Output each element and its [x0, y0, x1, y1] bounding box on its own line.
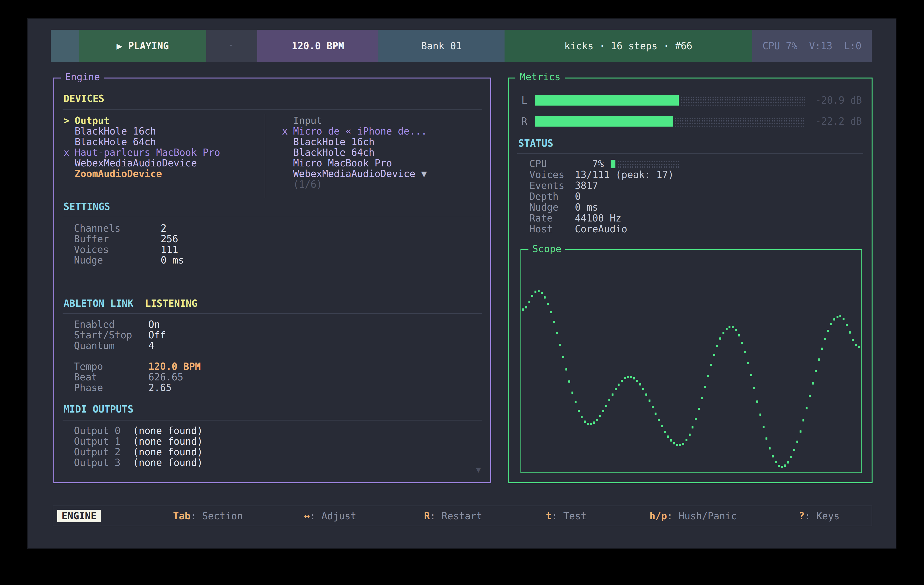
scope-dot — [535, 290, 536, 293]
scroll-down-indicator[interactable]: ▼ — [476, 465, 481, 475]
scope-dot — [735, 329, 737, 331]
scope-dot — [621, 380, 623, 382]
hint-label: : Test — [552, 510, 587, 521]
scope-dot — [633, 377, 635, 379]
link-value[interactable]: Off — [148, 330, 166, 341]
midi-output-value[interactable]: (none found) — [133, 447, 203, 458]
link-value[interactable]: 120.0 BPM — [148, 361, 201, 372]
selection-marker — [282, 158, 293, 168]
midi-output-value[interactable]: (none found) — [133, 425, 203, 436]
scope-dot — [673, 442, 675, 445]
hint-label: : Hush/Panic — [667, 510, 737, 521]
input-device-item[interactable]: (1/6) — [282, 179, 427, 190]
scope-dot — [544, 297, 546, 298]
selection-marker — [282, 137, 293, 147]
output-device-item[interactable]: BlackHole 64ch — [64, 137, 220, 147]
input-device-item[interactable]: Micro MacBook Pro — [282, 158, 427, 168]
scope-dot — [652, 406, 653, 408]
scope-dot — [581, 416, 582, 419]
status-rows: CPU7%Voices13/111 (peak: 17)Events3817De… — [509, 158, 871, 234]
link-value[interactable]: 626.65 — [148, 371, 183, 382]
status-value: 13/111 (peak: 17) — [575, 169, 674, 180]
input-device-item[interactable]: BlackHole 16ch — [282, 137, 427, 147]
midi-output-value[interactable]: (none found) — [133, 436, 203, 447]
link-value[interactable]: 4 — [148, 340, 154, 351]
keyhint-keys: ?: Keys — [799, 506, 840, 526]
input-device-item[interactable]: BlackHole 64ch — [282, 147, 427, 158]
hint-key: R — [424, 510, 430, 521]
scope-dot — [528, 301, 530, 303]
input-device-item[interactable]: WebexMediaAudioDevice ▼ — [282, 168, 427, 179]
device-label: ZoomAudioDevice — [75, 168, 162, 179]
scope-dot — [612, 394, 614, 395]
link-label: Quantum — [74, 340, 148, 351]
scope-dot — [698, 408, 700, 410]
scope-dot — [726, 328, 728, 330]
playing-label: ▶ PLAYING — [117, 40, 169, 51]
scope-dot — [590, 423, 592, 425]
device-label: Micro MacBook Pro — [293, 158, 392, 168]
scope-dot — [732, 326, 734, 328]
status-row: Voices13/111 (peak: 17) — [509, 169, 871, 180]
scope-dot — [587, 423, 589, 425]
setting-value[interactable]: 111 — [161, 244, 178, 255]
hint-label: : Keys — [805, 510, 840, 521]
input-device-item[interactable]: xMicro de « iPhone de... — [282, 126, 427, 137]
scope-dot — [756, 400, 758, 403]
link-row: Start/StopOff — [74, 330, 166, 340]
link-rows: EnabledOnStart/StopOffQuantum4 — [74, 319, 166, 351]
setting-value[interactable]: 2 — [161, 223, 167, 234]
transport-gap-segment — [206, 30, 257, 62]
keyhint-adjust: ↔: Adjust — [304, 506, 356, 526]
midi-output-row: Output 2(none found) — [74, 447, 203, 457]
bank-label: Bank 01 — [421, 40, 462, 51]
setting-row: Voices111 — [74, 244, 184, 255]
dropdown-down-icon[interactable]: ▼ — [415, 168, 427, 179]
pattern-label: kicks · 16 steps · #66 — [564, 40, 693, 51]
output-device-item[interactable]: ZoomAudioDevice — [64, 168, 220, 179]
scope-dot — [556, 332, 558, 334]
scope-dot — [753, 387, 755, 389]
bank-segment[interactable]: Bank 01 — [378, 30, 505, 62]
meter-db-value: -20.9 dB — [815, 95, 862, 105]
scope-dot — [830, 323, 832, 325]
device-label: WebexMediaAudioDevice — [75, 158, 197, 168]
midi-output-value[interactable]: (none found) — [133, 457, 203, 468]
link-value[interactable]: 2.65 — [148, 382, 172, 393]
device-column-divider — [265, 114, 265, 198]
link-value[interactable]: On — [148, 319, 160, 330]
status-value: 0 — [575, 191, 581, 202]
scope-dot — [550, 311, 552, 313]
mode-badge: ENGINE — [57, 510, 101, 522]
bpm-segment[interactable]: 120.0 BPM — [257, 30, 378, 62]
setting-label: Voices — [74, 244, 161, 255]
scope-dot — [685, 439, 688, 441]
device-label: Haut-parleurs MacBook Pro — [75, 147, 220, 158]
midi-output-row: Output 3(none found) — [74, 457, 203, 468]
setting-value[interactable]: 0 ms — [161, 255, 184, 266]
scope-dot — [525, 306, 527, 308]
hint-label: : Adjust — [310, 510, 356, 521]
cpu-gauge-dots — [617, 160, 679, 168]
status-label: Rate — [530, 213, 575, 224]
status-row: Depth0 — [509, 191, 871, 202]
status-label: Depth — [530, 191, 575, 202]
device-label: Micro de « iPhone de... — [293, 125, 427, 137]
device-label: Output — [75, 115, 110, 126]
setting-row: Channels2 — [74, 223, 184, 234]
meter-l: L-20.9 dB — [509, 95, 871, 105]
keyhint-test: t: Test — [546, 506, 587, 526]
scope-dot — [707, 375, 709, 377]
output-device-item[interactable]: WebexMediaAudioDevice — [64, 158, 220, 168]
scope-dot — [747, 362, 749, 364]
output-device-item[interactable]: BlackHole 16ch — [64, 126, 220, 137]
output-device-item[interactable]: xHaut-parleurs MacBook Pro — [64, 147, 220, 158]
transport-playing-segment[interactable]: ▶ PLAYING — [79, 30, 206, 62]
pattern-segment[interactable]: kicks · 16 steps · #66 — [505, 30, 752, 62]
input-device-item[interactable]: Input — [282, 115, 427, 126]
scope-dot — [855, 344, 857, 346]
output-device-item[interactable]: >Output — [64, 115, 220, 126]
setting-value[interactable]: 256 — [161, 233, 178, 244]
link-row: Tempo120.0 BPM — [74, 361, 201, 372]
scope-dot — [578, 410, 580, 412]
